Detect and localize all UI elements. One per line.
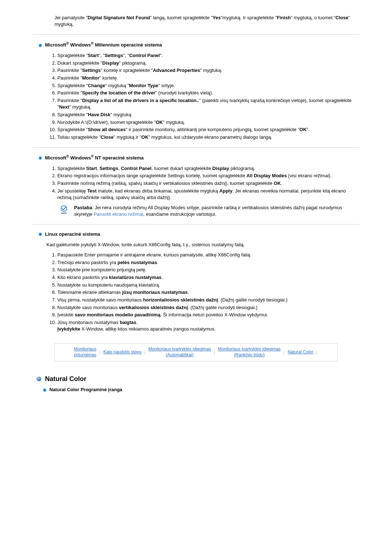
step-item: Spragtelėkite "Change" mygtuką "Monitor … [57,82,359,89]
step-item: Ekrano registracijos informacijos lange … [57,173,359,179]
nav-item-natural-color[interactable]: Natural Color [287,349,313,355]
nav-separator: | [283,349,285,356]
divider [33,34,359,35]
section-windows-nt: Microsoft® Windows® NT operacinė sistema… [33,154,359,218]
step-item: Spragtelėkite "Have Disk" mygtuką [57,112,359,118]
step-item: Spragtelėkite Start, Settings, Control P… [57,165,359,172]
bullet-icon [43,388,46,392]
natural-color-heading: Natural Color [36,374,359,384]
step-item: Pasirinkite "Monitor" kortelę. [57,75,359,81]
step-item: Nustatykite su kompiuteriu naudojamą kla… [57,282,359,288]
section-title-me: Microsoft® Windows® Millennium operacinė… [45,41,162,49]
step-item: Pasirinkite "Specify the location of the… [57,90,359,96]
step-item: Visų pirma, nustatykite savo monitoriaus… [57,297,359,303]
step-item: Pasirinkite "Display a list of all the d… [57,97,359,110]
intro-paragraph: Jei pamatysite "Digital Signature Not Fo… [33,15,359,28]
svg-point-7 [40,234,41,235]
svg-rect-5 [61,212,67,214]
step-item: Pasirinkite norimą režimą (raišką, spalv… [57,180,359,187]
step-item: Jei spustelėję Test matote, kad ekranas … [57,188,359,201]
nav-separator: | [315,349,318,356]
step-item: Spragtelėkite "Start", "Settings", "Cont… [57,52,359,59]
svg-point-3 [40,157,41,159]
natural-color-title: Natural Color [45,374,86,384]
bullet-icon [38,232,42,236]
note-text: Pastaba: Jei nėra nurodyta režimų All Di… [74,204,359,218]
steps-list-nt: Spragtelėkite Start, Settings, Control P… [47,165,359,201]
nav-tabs: Monitoriausprijungimas | Kaip naudotis s… [54,343,338,361]
nav-item-driver-auto[interactable]: Monitoriaus tvarkyklės įdiegimas(Automat… [148,347,211,358]
bullet-icon [38,156,42,160]
nav-item-driver-manual[interactable]: Monitoriaus tvarkyklės įdiegimas(Rankini… [218,347,281,358]
step-item: Kito ekrano paskirtis yra klaviatūros nu… [57,274,359,281]
step-item: Nustatykite prie kompiuterio prijungtą p… [57,267,359,273]
step-item: Tolesniame ekrane atliekamas jūsų monito… [57,289,359,296]
preset-modes-link[interactable]: Paruošti ekrano režimai [94,211,143,217]
sphere-icon [36,376,41,381]
divider [33,147,359,147]
svg-point-1 [40,45,41,46]
nav-separator: | [144,349,146,356]
linux-intro-text: Kad galėtumėte įvykdyti X-Window, turite… [46,242,359,248]
step-item: Nustatykite savo monitoriaus vertikalios… [57,304,359,311]
svg-point-10 [44,389,45,391]
intro-text: Jei pamatysite "Digital Signature Not Fo… [54,15,350,27]
steps-list-linux: Paspauskite Enter pirmajame ir antrajame… [47,252,359,333]
note-block: Pastaba: Jei nėra nurodyta režimų All Di… [59,204,359,218]
step-item: Dukart spragtelėkite "Display" piktogram… [57,60,359,66]
step-item: Įveskite savo monitoriaus modelio pavadi… [57,312,359,318]
nav-item-stand[interactable]: Kaip naudotis stovu [103,349,142,355]
step-item: Trečiojo ekrano paskirtis yra pelės nust… [57,259,359,266]
nav-separator: | [213,349,216,356]
checkmark-icon [59,205,69,218]
nav-separator: | [99,349,101,356]
section-title-nt: Microsoft® Windows® NT operacinė sistema [45,154,144,162]
step-item: Jūsų monitoriaus nustatymas baigtas.Įvyk… [57,319,359,332]
step-item: Toliau spragtelėkite "Close" mygtuką ir … [57,134,359,141]
section-linux: Linux operacinė sistema Kad galėtumėte į… [33,231,359,332]
step-item: Nurodykite A:\(D:\driver), tuomet spragt… [57,119,359,126]
section-title-linux: Linux operacinė sistema [45,231,100,238]
natural-color-subtitle: Natural Color Programinė įranga [49,386,122,393]
step-item: Paspauskite Enter pirmajame ir antrajame… [57,252,359,258]
divider [33,224,359,224]
bullet-icon [38,44,42,47]
natural-color-subheading: Natural Color Programinė įranga [43,386,359,393]
svg-point-8 [37,377,41,381]
steps-list-me: Spragtelėkite "Start", "Settings", "Cont… [47,52,359,141]
section-windows-me: Microsoft® Windows® Millennium operacinė… [33,41,359,141]
step-item: Pasirinkite "Settings" kortelę ir spragt… [57,67,359,74]
step-item: Spragtelėkite "Show all devices" ir pasi… [57,126,359,133]
nav-item-connect[interactable]: Monitoriausprijungimas [74,347,97,358]
